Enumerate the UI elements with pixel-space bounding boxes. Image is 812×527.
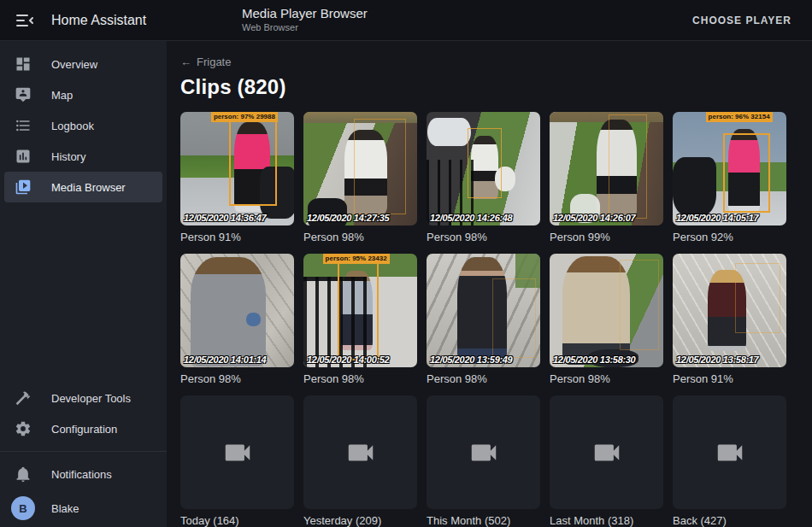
clip-caption: Person 98% <box>303 231 417 243</box>
detection-bbox <box>338 261 379 360</box>
sidebar: Overview Map Logbook History Media Brows… <box>0 41 167 527</box>
sidebar-item-label: Map <box>51 89 73 102</box>
sidebar-item-label: Configuration <box>51 423 117 436</box>
clip-item[interactable]: 12/05/2020 14:26:07 Person 99% <box>550 112 663 243</box>
sidebar-item-history[interactable]: History <box>4 141 162 172</box>
clip-caption: Person 98% <box>180 372 294 385</box>
app-bar: Home Assistant Media Player Browser Web … <box>0 0 812 41</box>
clip-timestamp: 12/05/2020 14:05:17 <box>676 213 758 223</box>
app-bar-left: Home Assistant <box>0 10 167 31</box>
page-title: Media Player Browser <box>242 6 368 22</box>
clips-grid: person: 97% 29988 12/05/2020 14:36:47 Pe… <box>167 99 812 527</box>
video-camera-icon <box>714 436 746 469</box>
user-name: Blake <box>51 502 79 515</box>
folder-item-last-month[interactable]: Last Month (318) <box>550 395 663 527</box>
sidebar-item-media-browser[interactable]: Media Browser <box>4 172 162 202</box>
clip-caption: Person 99% <box>550 231 663 243</box>
detection-label: person: 95% 23432 <box>323 254 390 264</box>
sidebar-item-label: Notifications <box>51 468 112 481</box>
detection-bbox <box>735 263 780 333</box>
clip-timestamp: 12/05/2020 13:59:49 <box>430 354 512 365</box>
sidebar-toggle-icon[interactable] <box>15 10 35 31</box>
clip-item[interactable]: 12/05/2020 13:58:17 Person 91% <box>673 254 786 385</box>
sidebar-item-label: Developer Tools <box>51 392 131 405</box>
clip-item[interactable]: 12/05/2020 13:59:49 Person 98% <box>427 254 540 385</box>
page-header: Media Player Browser Web Browser <box>242 6 368 34</box>
clip-caption: Person 91% <box>180 231 294 243</box>
clip-timestamp: 12/05/2020 14:01:14 <box>184 354 266 365</box>
clip-thumbnail: 12/05/2020 13:58:17 <box>673 254 786 367</box>
sidebar-item-label: History <box>51 150 85 163</box>
sidebar-item-label: Overview <box>51 58 97 71</box>
folder-label: Back (427) <box>673 514 786 527</box>
clip-thumbnail: 12/05/2020 13:59:49 <box>427 254 540 367</box>
detection-label: person: 97% 29988 <box>211 112 278 122</box>
clip-thumbnail: 12/05/2020 14:26:07 <box>550 112 663 225</box>
view-dashboard-icon <box>15 56 32 73</box>
clip-item[interactable]: 12/05/2020 14:27:35 Person 98% <box>303 112 417 243</box>
breadcrumb-label: Frigate <box>197 56 231 68</box>
back-arrow-icon: ← <box>180 56 191 68</box>
clip-timestamp: 12/05/2020 14:26:07 <box>553 213 635 223</box>
clip-thumbnail: 12/05/2020 14:26:48 <box>427 112 540 225</box>
clip-thumbnail: person: 95% 23432 12/05/2020 14:00:52 <box>303 254 417 367</box>
detection-bbox <box>723 133 771 213</box>
clip-item[interactable]: 12/05/2020 13:58:30 Person 98% <box>550 254 663 385</box>
app-title: Home Assistant <box>51 13 146 28</box>
folder-item-today[interactable]: Today (164) <box>180 395 294 527</box>
clip-thumbnail: 12/05/2020 14:01:14 <box>180 254 294 367</box>
clip-caption: Person 98% <box>550 372 663 385</box>
clip-caption: Person 98% <box>303 372 417 385</box>
clip-caption: Person 91% <box>673 372 786 385</box>
gear-icon <box>15 420 32 437</box>
sidebar-item-developer-tools[interactable]: Developer Tools <box>4 383 162 413</box>
clip-item[interactable]: person: 95% 23432 12/05/2020 14:00:52 Pe… <box>303 254 417 385</box>
sidebar-item-notifications[interactable]: Notifications <box>4 459 162 489</box>
folder-label: Last Month (318) <box>550 514 663 527</box>
detection-bbox <box>354 119 406 214</box>
clip-item[interactable]: 12/05/2020 14:01:14 Person 98% <box>180 254 294 385</box>
clip-caption: Person 98% <box>427 231 540 243</box>
page-subtitle: Web Browser <box>242 22 368 34</box>
clip-timestamp: 12/05/2020 13:58:30 <box>553 354 635 365</box>
clip-thumbnail: 12/05/2020 14:27:35 <box>303 112 417 225</box>
chart-box-icon <box>15 148 32 165</box>
folder-item-back[interactable]: Back (427) <box>673 395 786 527</box>
sidebar-item-label: Media Browser <box>51 181 126 194</box>
hammer-icon <box>15 389 32 407</box>
folder-thumbnail <box>673 395 786 509</box>
media-browser-content: ← Frigate Clips (820) person: 97% 29988 … <box>167 41 812 527</box>
sidebar-item-map[interactable]: Map <box>4 79 162 110</box>
detection-bbox <box>620 260 658 350</box>
clip-caption: Person 92% <box>673 231 786 243</box>
clip-timestamp: 12/05/2020 14:36:47 <box>184 213 266 223</box>
clip-timestamp: 12/05/2020 14:26:48 <box>430 213 512 223</box>
breadcrumb-back[interactable]: ← Frigate <box>180 56 231 68</box>
sidebar-item-user[interactable]: B Blake <box>4 489 162 527</box>
map-tooltip-account-icon <box>15 86 32 103</box>
choose-player-button[interactable]: CHOOSE PLAYER <box>685 8 798 33</box>
detection-bbox <box>609 114 647 219</box>
folder-label: Yesterday (209) <box>303 514 417 527</box>
folder-item-yesterday[interactable]: Yesterday (209) <box>303 395 417 527</box>
clip-caption: Person 98% <box>427 372 540 385</box>
video-camera-icon <box>344 436 377 469</box>
detection-label: person: 96% 32154 <box>706 112 773 122</box>
clip-item[interactable]: 12/05/2020 14:26:48 Person 98% <box>427 112 540 243</box>
video-camera-icon <box>468 436 500 469</box>
video-camera-icon <box>221 436 254 469</box>
folder-thumbnail <box>550 395 663 509</box>
sidebar-item-configuration[interactable]: Configuration <box>4 413 162 444</box>
avatar: B <box>11 496 35 520</box>
clip-item[interactable]: person: 96% 32154 12/05/2020 14:05:17 Pe… <box>673 112 786 243</box>
page-title-clips: Clips (820) <box>180 75 798 99</box>
sidebar-item-overview[interactable]: Overview <box>4 49 162 79</box>
clip-thumbnail: person: 96% 32154 12/05/2020 14:05:17 <box>673 112 786 225</box>
detection-bbox <box>229 115 277 206</box>
sidebar-item-logbook[interactable]: Logbook <box>4 110 162 141</box>
detection-bbox <box>468 128 502 198</box>
clip-item[interactable]: person: 97% 29988 12/05/2020 14:36:47 Pe… <box>180 112 294 243</box>
folder-label: This Month (502) <box>427 514 540 527</box>
clip-timestamp: 12/05/2020 14:27:35 <box>307 213 389 223</box>
folder-item-this-month[interactable]: This Month (502) <box>427 395 540 527</box>
